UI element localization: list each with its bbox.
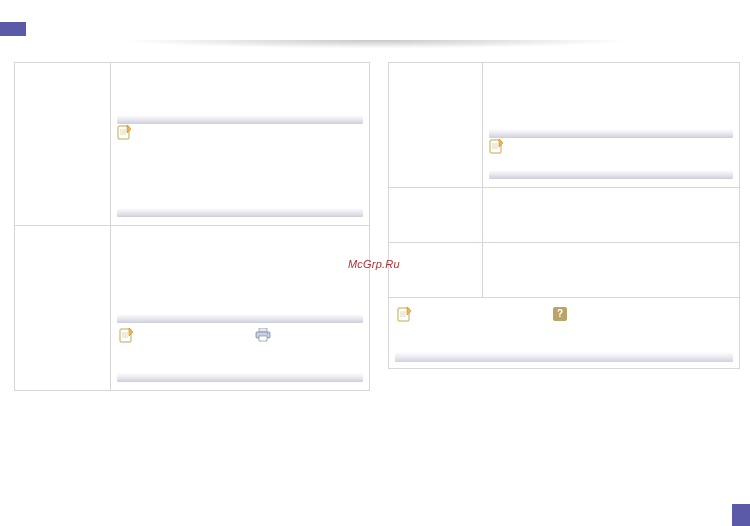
cell-main — [483, 63, 740, 188]
left-table — [14, 62, 370, 391]
separator-bar — [117, 115, 363, 124]
printer-icon — [255, 328, 271, 342]
right-column: ? — [388, 62, 740, 369]
cell-main — [483, 188, 740, 243]
cell-side — [389, 188, 483, 243]
svg-rect-10 — [259, 336, 267, 341]
help-icon: ? — [553, 307, 567, 321]
separator-bar — [489, 170, 733, 179]
table-row — [15, 226, 370, 391]
note-icon — [119, 327, 135, 343]
table-row — [389, 188, 740, 243]
cell-side — [15, 226, 111, 391]
watermark-text: McGrp.Ru — [348, 258, 400, 270]
cell-main — [111, 226, 370, 391]
cell-main — [111, 63, 370, 226]
separator-bar — [489, 129, 733, 138]
cell-main — [483, 243, 740, 298]
note-icon — [489, 138, 505, 154]
table-row — [15, 63, 370, 226]
cell-side — [389, 63, 483, 188]
note-icon — [117, 124, 133, 140]
separator-bar — [117, 314, 363, 323]
table-row — [389, 243, 740, 298]
page-tab — [732, 504, 750, 526]
svg-rect-8 — [259, 328, 267, 332]
separator-bar — [395, 352, 733, 362]
header-shadow — [14, 40, 738, 52]
footer-panel: ? — [388, 298, 740, 369]
svg-point-11 — [267, 333, 268, 334]
cell-side — [15, 63, 111, 226]
table-row — [389, 63, 740, 188]
left-column — [14, 62, 370, 391]
separator-bar — [117, 373, 363, 382]
separator-bar — [117, 208, 363, 217]
header-accent — [0, 22, 26, 36]
cell-side — [389, 243, 483, 298]
note-icon — [397, 306, 413, 322]
right-table — [388, 62, 740, 298]
